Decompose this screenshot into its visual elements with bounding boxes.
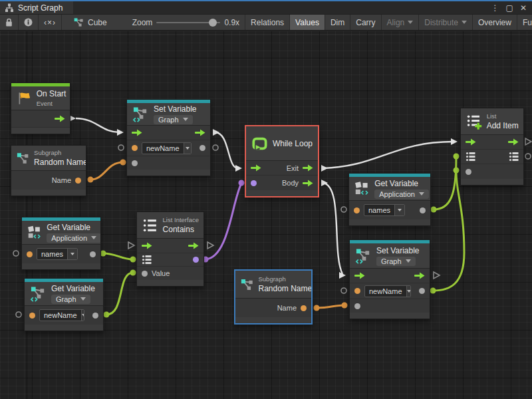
lock-button[interactable] [0, 15, 19, 30]
node-while-loop[interactable]: While Loop Exit Body [245, 125, 319, 198]
name-output-port[interactable] [75, 178, 81, 184]
name-input-port[interactable] [29, 313, 35, 319]
node-subgraph-bottom[interactable]: Subgraph Random Name Name [234, 269, 313, 325]
value-input-port[interactable] [132, 160, 138, 166]
tab-title: Script Graph [18, 3, 63, 13]
chevron-down-icon[interactable] [67, 249, 77, 259]
more-icon[interactable]: ⋮ [491, 3, 499, 13]
node-set-variable-left[interactable]: Set Variable Graph newName [126, 99, 211, 176]
variable-name-dropdown[interactable]: newName [39, 309, 84, 321]
node-list-contains[interactable]: List Interface Contains Value [136, 211, 204, 287]
distribute-button[interactable]: Distribute [419, 15, 473, 30]
value-output-port[interactable] [200, 145, 205, 151]
flow-in-port[interactable] [251, 164, 261, 172]
body-flow-out-port[interactable] [303, 180, 313, 187]
node-subgraph-left[interactable]: Subgraph Random Name Name [11, 145, 86, 196]
variable-name-value: newName [40, 310, 81, 321]
list-input-port[interactable] [142, 255, 152, 265]
node-footer [350, 313, 430, 319]
target-label[interactable]: Cube [88, 18, 107, 27]
node-get-variable-app-right[interactable]: Get Variable Application names [348, 173, 431, 226]
name-input-port[interactable] [354, 288, 360, 294]
node-list-add-item[interactable]: List Add Item [460, 108, 524, 186]
graph-tab-icon [5, 3, 14, 13]
chevron-down-icon [462, 21, 467, 24]
flow-out-port[interactable] [195, 129, 205, 136]
close-icon[interactable]: ✕ [520, 3, 527, 13]
zoom-slider[interactable] [156, 22, 220, 23]
code-preview-button[interactable]: ‹×› [39, 15, 62, 30]
value-output-port[interactable] [92, 313, 98, 319]
flow-in-port[interactable] [132, 129, 142, 136]
flow-out-port[interactable] [508, 138, 519, 146]
graph-target-icon [74, 17, 84, 27]
flow-out-port[interactable] [188, 242, 199, 249]
variable-name-dropdown[interactable]: names [364, 204, 405, 216]
variable-scope-dropdown[interactable]: Graph [154, 115, 193, 124]
node-title: Set Variable [376, 246, 419, 255]
values-button[interactable]: Values [290, 15, 325, 30]
node-on-start[interactable]: On Start Event [11, 82, 70, 134]
value-output-port[interactable] [90, 251, 96, 257]
tab-script-graph[interactable]: Script Graph [0, 1, 73, 14]
chevron-down-icon[interactable] [406, 286, 411, 297]
value-input-port[interactable] [142, 271, 148, 277]
zoom-slider-handle[interactable] [209, 19, 217, 27]
value-output-port[interactable] [419, 288, 425, 294]
chevron-down-icon[interactable] [394, 205, 404, 215]
node-footer [25, 325, 103, 331]
name-input-port[interactable] [132, 145, 138, 151]
flow-in-port[interactable] [466, 138, 476, 146]
variable-scope-dropdown[interactable]: Graph [51, 295, 90, 304]
node-get-variable-app-left[interactable]: Get Variable Application names [21, 217, 101, 270]
chevron-down-icon [183, 118, 188, 121]
variable-scope-dropdown[interactable]: Graph [376, 257, 416, 266]
flow-out-port[interactable] [55, 115, 65, 122]
condition-input-port[interactable] [251, 180, 257, 186]
relations-button[interactable]: Relations [245, 15, 290, 30]
name-input-port[interactable] [354, 207, 360, 213]
flow-in-port[interactable] [142, 242, 152, 249]
value-label: Value [152, 269, 170, 277]
value-output-port[interactable] [420, 207, 426, 213]
maximize-icon[interactable]: ▢ [506, 3, 513, 13]
list-input-port[interactable] [466, 152, 475, 162]
node-title: Get Variable [51, 284, 95, 293]
variable-name-dropdown[interactable]: names [37, 248, 78, 260]
dim-button[interactable]: Dim [325, 15, 350, 30]
name-output-port[interactable] [301, 305, 307, 311]
bool-output-port[interactable] [193, 257, 199, 263]
chevron-down-icon[interactable] [81, 310, 84, 321]
node-footer [22, 263, 100, 269]
node-kind: List Interface [163, 216, 198, 223]
exit-flow-out-port[interactable] [303, 164, 313, 172]
overview-button[interactable]: Overview [473, 15, 517, 30]
chevron-down-icon[interactable] [184, 143, 191, 154]
variable-scope-dropdown[interactable]: Application [374, 190, 429, 199]
variable-name-dropdown[interactable]: newName [142, 142, 192, 154]
flow-out-port[interactable] [414, 272, 425, 279]
value-input-port[interactable] [354, 303, 360, 309]
carry-button[interactable]: Carry [350, 15, 381, 30]
fullscreen-button[interactable]: Full Screen [517, 15, 532, 30]
node-title: Get Variable [374, 179, 425, 188]
graph-canvas[interactable] [0, 31, 532, 399]
flow-in-port[interactable] [354, 272, 365, 279]
flag-icon [17, 90, 32, 107]
node-get-variable-graph-left[interactable]: Get Variable Graph newName [24, 278, 104, 331]
relations-label: Relations [251, 18, 284, 27]
node-footer [461, 179, 523, 185]
list-output-port[interactable] [509, 152, 519, 162]
node-set-variable-right[interactable]: Set Variable Graph newName [349, 239, 430, 319]
graph-variable-icon [355, 247, 372, 265]
align-button[interactable]: Align [382, 15, 420, 30]
node-footer [11, 128, 70, 134]
name-input-port[interactable] [27, 251, 33, 257]
dim-label: Dim [331, 18, 344, 27]
info-button[interactable] [19, 15, 39, 30]
item-input-port[interactable] [466, 169, 471, 175]
variable-name-dropdown[interactable]: newName [364, 285, 411, 297]
variable-scope-dropdown[interactable]: Application [47, 233, 100, 243]
node-kind: Subgraph [34, 149, 80, 156]
node-footer [235, 317, 311, 323]
